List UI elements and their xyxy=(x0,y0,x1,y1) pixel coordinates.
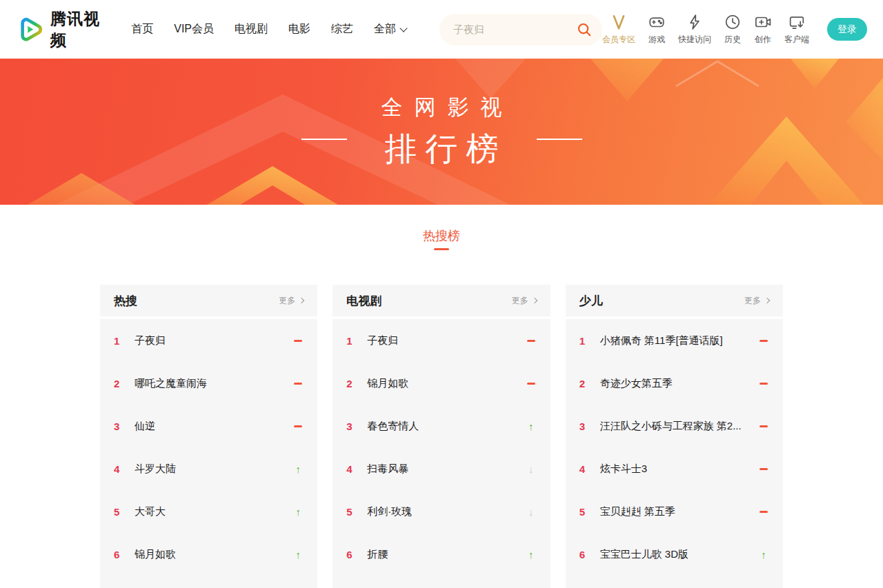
more-link[interactable]: 更多 xyxy=(279,295,304,307)
ranking-row[interactable]: 5大哥大↑ xyxy=(100,490,317,533)
nav-item[interactable]: 首页 xyxy=(131,22,153,37)
ranking-row[interactable]: 5利剑·玫瑰↓ xyxy=(333,490,550,533)
quick-link-label: 客户端 xyxy=(784,34,809,45)
more-link-label: 更多 xyxy=(744,295,761,307)
ranking-row[interactable]: 2锦月如歌 xyxy=(333,362,550,405)
item-title: 仙逆 xyxy=(135,420,292,433)
clock-icon xyxy=(724,13,742,31)
ranking-row[interactable]: 6锦月如歌↑ xyxy=(100,533,317,576)
trend-same-icon xyxy=(760,340,768,342)
ranking-row[interactable]: 6宝宝巴士儿歌 3D版↑ xyxy=(566,533,783,576)
item-title: 炫卡斗士3 xyxy=(600,463,758,476)
trend-same-icon xyxy=(760,425,768,427)
quick-link[interactable]: 会员专区 xyxy=(602,13,635,45)
rank-number: 6 xyxy=(579,549,592,560)
item-title: 汪汪队之小砾与工程家族 第2... xyxy=(600,420,758,433)
trend-same-icon xyxy=(294,383,302,385)
ranking-row[interactable]: 1子夜归 xyxy=(100,319,317,362)
ranking-row[interactable]: 7《生万物》原著抢先看↓ xyxy=(333,576,550,588)
nav-item[interactable]: VIP会员 xyxy=(174,22,214,37)
hero-banner: 全网影视 排行榜 xyxy=(0,59,883,205)
nav-item[interactable]: 电影 xyxy=(288,22,310,37)
trend-up-icon: ↑ xyxy=(761,549,766,560)
quick-link[interactable]: 客户端 xyxy=(784,13,809,45)
trend-up-icon: ↑ xyxy=(528,421,534,432)
rank-number: 2 xyxy=(579,378,592,389)
ranking-card-title: 热搜 xyxy=(114,293,137,309)
rank-number: 3 xyxy=(114,420,126,432)
quick-link-label: 历史 xyxy=(724,34,741,45)
search-input[interactable] xyxy=(453,23,576,35)
rank-number: 5 xyxy=(579,506,592,518)
ranking-row[interactable]: 3汪汪队之小砾与工程家族 第2... xyxy=(566,405,783,447)
trend-down-icon: ↓ xyxy=(528,464,534,474)
rank-number: 3 xyxy=(579,420,592,432)
top-navbar: 腾讯视频 首页VIP会员电视剧电影综艺 全部 会员专区游戏快捷访问历史创作客户端… xyxy=(0,0,883,59)
ranking-row[interactable]: 3仙逆 xyxy=(100,405,317,447)
vip-v-icon xyxy=(610,13,628,31)
ranking-boards: 热搜 更多 1子夜归2哪吒之魔童闹海3仙逆4斗罗大陆↑5大哥大↑6锦月如歌↑7地… xyxy=(100,285,783,588)
hero-right-rule xyxy=(537,139,582,140)
ranking-row[interactable]: 1小猪佩奇 第11季[普通话版] xyxy=(566,319,783,362)
ranking-row[interactable]: 1子夜归 xyxy=(333,319,550,362)
nav-item[interactable]: 电视剧 xyxy=(235,22,268,37)
ranking-row[interactable]: 2奇迹少女第五季 xyxy=(566,362,783,405)
hero-title-line2: 排行榜 xyxy=(381,128,510,171)
trend-same-icon xyxy=(760,383,768,385)
rank-number: 1 xyxy=(579,335,592,347)
monitor-download-icon xyxy=(788,13,806,31)
rank-number: 3 xyxy=(346,420,359,432)
rank-number: 1 xyxy=(346,335,359,347)
more-link[interactable]: 更多 xyxy=(512,295,537,307)
search-button[interactable] xyxy=(576,21,593,38)
ranking-row[interactable]: 4扫毒风暴↓ xyxy=(333,447,550,490)
chevron-right-icon xyxy=(764,298,770,303)
trend-same-icon xyxy=(760,468,768,470)
trend-up-icon: ↑ xyxy=(296,549,301,560)
ranking-card-title: 电视剧 xyxy=(346,293,381,309)
search-box[interactable] xyxy=(439,14,602,45)
item-title: 奇迹少女第五季 xyxy=(600,377,758,390)
nav-dropdown-all[interactable]: 全部 xyxy=(374,22,406,37)
quick-link[interactable]: 快捷访问 xyxy=(678,13,711,45)
hero-title-line1: 全网影视 xyxy=(381,93,514,122)
ranking-list: 1子夜归2锦月如歌3春色寄情人↑4扫毒风暴↓5利剑·玫瑰↓6折腰↑7《生万物》原… xyxy=(333,319,550,588)
login-button[interactable]: 登录 xyxy=(827,18,867,41)
ranking-card-header: 电视剧 更多 xyxy=(333,285,550,316)
chevron-right-icon xyxy=(531,298,537,303)
ranking-row[interactable]: 5宝贝赳赳 第五季 xyxy=(566,490,783,533)
rank-number: 5 xyxy=(114,506,126,518)
trend-same-icon xyxy=(294,340,302,342)
ranking-row[interactable]: 3春色寄情人↑ xyxy=(333,405,550,447)
rank-number: 5 xyxy=(346,506,359,518)
quick-link[interactable]: 历史 xyxy=(724,13,742,45)
trend-up-icon: ↑ xyxy=(296,507,301,517)
more-link[interactable]: 更多 xyxy=(744,295,769,307)
search-icon xyxy=(576,21,593,38)
quick-link[interactable]: 创作 xyxy=(754,13,772,45)
trend-same-icon xyxy=(527,340,535,342)
ranking-row[interactable]: 4斗罗大陆↑ xyxy=(100,447,317,490)
brand-logo[interactable]: 腾讯视频 xyxy=(16,8,108,51)
rank-number: 6 xyxy=(346,549,359,560)
trend-same-icon xyxy=(760,511,768,513)
gamepad-icon xyxy=(648,13,666,31)
ranking-row[interactable]: 7汪汪队立大功第九季[普通话版]↑ xyxy=(566,576,783,588)
nav-item[interactable]: 综艺 xyxy=(331,22,353,37)
trend-up-icon: ↑ xyxy=(528,549,534,560)
ranking-card-title: 少儿 xyxy=(579,293,603,309)
ranking-row[interactable]: 6折腰↑ xyxy=(333,533,550,576)
ranking-row[interactable]: 4炫卡斗士3 xyxy=(566,447,783,490)
ranking-row[interactable]: 7地球超新鲜↓ xyxy=(100,576,317,588)
rank-number: 2 xyxy=(114,378,126,389)
trend-same-icon xyxy=(294,425,302,427)
brand-name: 腾讯视频 xyxy=(50,8,108,51)
quick-link[interactable]: 游戏 xyxy=(648,13,666,45)
lightning-icon xyxy=(686,13,704,31)
tab-hot-search[interactable]: 热搜榜 xyxy=(423,227,460,250)
ranking-card: 电视剧 更多 1子夜归2锦月如歌3春色寄情人↑4扫毒风暴↓5利剑·玫瑰↓6折腰↑… xyxy=(333,285,550,588)
ranking-row[interactable]: 2哪吒之魔童闹海 xyxy=(100,362,317,405)
item-title: 锦月如歌 xyxy=(135,548,292,561)
trend-up-icon: ↑ xyxy=(296,464,301,474)
tab-hot-search-label: 热搜榜 xyxy=(423,229,460,243)
